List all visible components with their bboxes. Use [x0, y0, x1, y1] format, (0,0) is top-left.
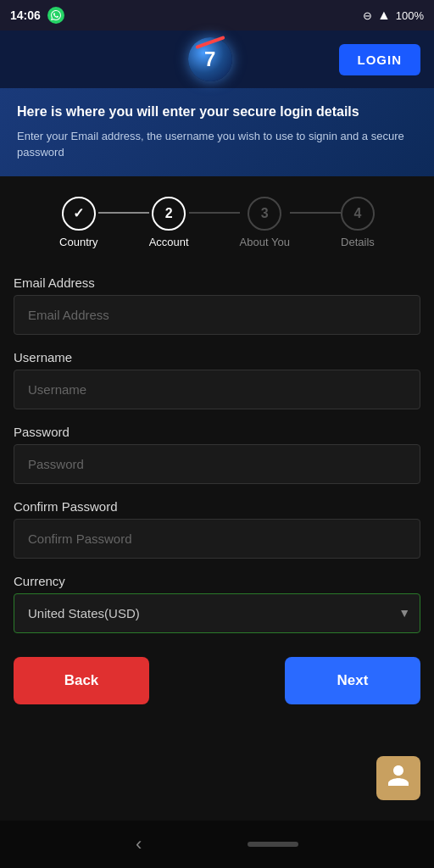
- status-left: 14:06: [10, 7, 64, 24]
- battery-display: 100%: [396, 9, 424, 22]
- info-banner: Here is where you will enter your secure…: [0, 88, 434, 176]
- password-label: Password: [14, 425, 420, 439]
- profile-fab[interactable]: [376, 756, 420, 800]
- stepper: ✓ Country 2 Account 3 About You 4 Detail…: [14, 197, 420, 248]
- step-label-details: Details: [341, 236, 375, 248]
- block-icon: ⊖: [363, 9, 372, 22]
- email-input[interactable]: [14, 295, 420, 335]
- nav-pill: [248, 842, 298, 847]
- step-country: ✓ Country: [59, 197, 98, 248]
- currency-select[interactable]: United States(USD) Euro(EUR) British Pou…: [14, 593, 420, 633]
- main-content: ✓ Country 2 Account 3 About You 4 Detail…: [0, 176, 434, 821]
- status-bar: 14:06 ⊖ ▲ 100%: [0, 0, 434, 31]
- time-display: 14:06: [10, 8, 41, 22]
- confirm-password-group: Confirm Password: [14, 499, 420, 559]
- connector-1-2: [98, 212, 149, 214]
- currency-label: Currency: [14, 574, 420, 588]
- back-button[interactable]: Back: [14, 657, 149, 704]
- currency-select-wrapper: United States(USD) Euro(EUR) British Pou…: [14, 593, 420, 633]
- wifi-icon: ▲: [377, 8, 391, 23]
- password-input[interactable]: [14, 444, 420, 484]
- action-buttons: Back Next: [14, 657, 420, 704]
- confirm-password-label: Confirm Password: [14, 499, 420, 514]
- step-account: 2 Account: [149, 197, 189, 248]
- logo-container: 7: [81, 37, 339, 81]
- app-header: 7 LOGIN: [0, 31, 434, 88]
- banner-title: Here is where you will enter your secure…: [17, 103, 417, 121]
- confirm-password-input[interactable]: [14, 519, 420, 559]
- bottom-nav: ‹: [0, 821, 434, 868]
- username-group: Username: [14, 350, 420, 409]
- status-right: ⊖ ▲ 100%: [363, 8, 424, 23]
- username-input[interactable]: [14, 370, 420, 409]
- banner-description: Enter your Email address, the username y…: [17, 128, 417, 161]
- currency-group: Currency United States(USD) Euro(EUR) Br…: [14, 574, 420, 633]
- step-label-country: Country: [59, 236, 98, 248]
- step-circle-4: 4: [341, 197, 375, 231]
- connector-2-3: [189, 212, 240, 214]
- email-label: Email Address: [14, 275, 420, 290]
- whatsapp-icon: [47, 7, 64, 24]
- password-group: Password: [14, 425, 420, 484]
- email-group: Email Address: [14, 275, 420, 335]
- step-details: 4 Details: [341, 197, 375, 248]
- login-button[interactable]: LOGIN: [339, 44, 421, 75]
- step-label-about: About You: [240, 236, 290, 248]
- connector-3-4: [290, 212, 341, 214]
- step-circle-3: 3: [248, 197, 281, 231]
- step-circle-2: 2: [152, 197, 186, 231]
- system-back-button[interactable]: ‹: [136, 833, 142, 855]
- username-label: Username: [14, 350, 420, 364]
- app-logo: 7: [188, 37, 232, 81]
- step-about: 3 About You: [240, 197, 290, 248]
- step-circle-1: ✓: [62, 197, 96, 231]
- next-button[interactable]: Next: [285, 657, 420, 704]
- step-label-account: Account: [149, 236, 189, 248]
- person-icon: [386, 763, 411, 794]
